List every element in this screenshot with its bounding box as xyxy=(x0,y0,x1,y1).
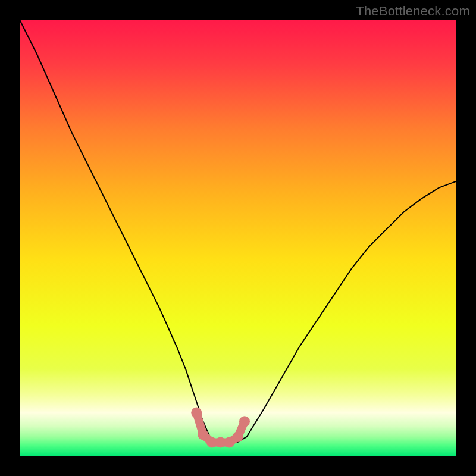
highlight-node xyxy=(191,408,202,418)
highlight-node xyxy=(233,431,243,442)
highlight-node xyxy=(239,416,250,427)
chart-frame xyxy=(20,20,456,456)
chart-svg xyxy=(20,20,456,456)
highlight-node xyxy=(198,429,208,440)
watermark-text: TheBottleneck.com xyxy=(356,4,470,19)
chart-background xyxy=(20,20,456,456)
